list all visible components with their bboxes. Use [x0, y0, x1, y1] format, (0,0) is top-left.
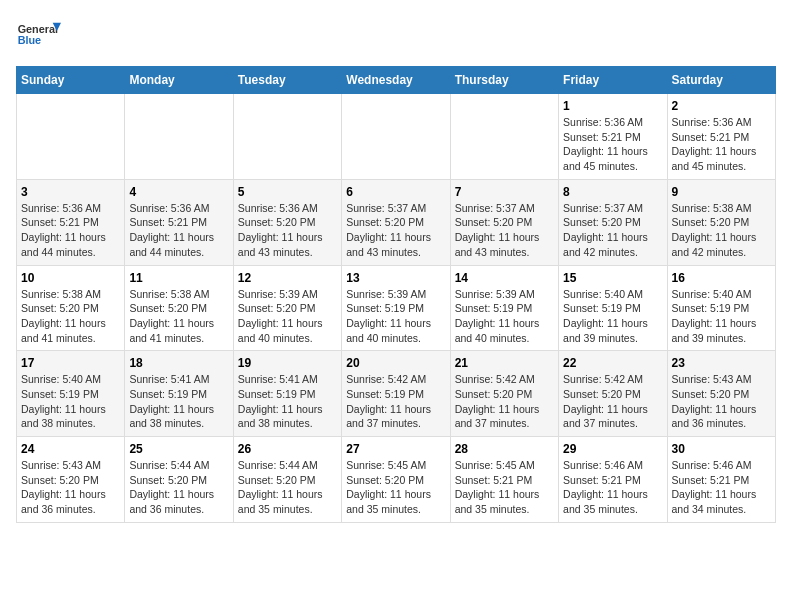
calendar-cell: 13Sunrise: 5:39 AM Sunset: 5:19 PM Dayli…: [342, 265, 450, 351]
calendar-cell: 22Sunrise: 5:42 AM Sunset: 5:20 PM Dayli…: [559, 351, 667, 437]
svg-text:Blue: Blue: [18, 34, 41, 46]
calendar-header: SundayMondayTuesdayWednesdayThursdayFrid…: [17, 67, 776, 94]
day-number: 9: [672, 185, 771, 199]
calendar-cell: 30Sunrise: 5:46 AM Sunset: 5:21 PM Dayli…: [667, 437, 775, 523]
calendar-cell: 24Sunrise: 5:43 AM Sunset: 5:20 PM Dayli…: [17, 437, 125, 523]
day-number: 14: [455, 271, 554, 285]
day-number: 30: [672, 442, 771, 456]
col-header-thursday: Thursday: [450, 67, 558, 94]
calendar-cell: 1Sunrise: 5:36 AM Sunset: 5:21 PM Daylig…: [559, 94, 667, 180]
day-info: Sunrise: 5:46 AM Sunset: 5:21 PM Dayligh…: [672, 458, 771, 517]
day-info: Sunrise: 5:42 AM Sunset: 5:20 PM Dayligh…: [455, 372, 554, 431]
col-header-tuesday: Tuesday: [233, 67, 341, 94]
calendar-cell: 18Sunrise: 5:41 AM Sunset: 5:19 PM Dayli…: [125, 351, 233, 437]
calendar-cell: 14Sunrise: 5:39 AM Sunset: 5:19 PM Dayli…: [450, 265, 558, 351]
day-number: 19: [238, 356, 337, 370]
calendar-cell: 19Sunrise: 5:41 AM Sunset: 5:19 PM Dayli…: [233, 351, 341, 437]
calendar-cell: 6Sunrise: 5:37 AM Sunset: 5:20 PM Daylig…: [342, 179, 450, 265]
day-info: Sunrise: 5:37 AM Sunset: 5:20 PM Dayligh…: [563, 201, 662, 260]
day-number: 27: [346, 442, 445, 456]
day-info: Sunrise: 5:42 AM Sunset: 5:19 PM Dayligh…: [346, 372, 445, 431]
calendar-cell: 9Sunrise: 5:38 AM Sunset: 5:20 PM Daylig…: [667, 179, 775, 265]
day-number: 25: [129, 442, 228, 456]
day-info: Sunrise: 5:36 AM Sunset: 5:20 PM Dayligh…: [238, 201, 337, 260]
calendar-cell: 16Sunrise: 5:40 AM Sunset: 5:19 PM Dayli…: [667, 265, 775, 351]
calendar-cell: 12Sunrise: 5:39 AM Sunset: 5:20 PM Dayli…: [233, 265, 341, 351]
day-number: 16: [672, 271, 771, 285]
calendar-cell: 25Sunrise: 5:44 AM Sunset: 5:20 PM Dayli…: [125, 437, 233, 523]
calendar-cell: 20Sunrise: 5:42 AM Sunset: 5:19 PM Dayli…: [342, 351, 450, 437]
day-number: 11: [129, 271, 228, 285]
calendar-cell: 17Sunrise: 5:40 AM Sunset: 5:19 PM Dayli…: [17, 351, 125, 437]
day-info: Sunrise: 5:36 AM Sunset: 5:21 PM Dayligh…: [563, 115, 662, 174]
day-number: 3: [21, 185, 120, 199]
col-header-friday: Friday: [559, 67, 667, 94]
day-number: 1: [563, 99, 662, 113]
day-number: 17: [21, 356, 120, 370]
day-number: 12: [238, 271, 337, 285]
day-info: Sunrise: 5:43 AM Sunset: 5:20 PM Dayligh…: [672, 372, 771, 431]
day-number: 4: [129, 185, 228, 199]
day-info: Sunrise: 5:41 AM Sunset: 5:19 PM Dayligh…: [129, 372, 228, 431]
day-number: 18: [129, 356, 228, 370]
calendar-cell: 11Sunrise: 5:38 AM Sunset: 5:20 PM Dayli…: [125, 265, 233, 351]
day-info: Sunrise: 5:37 AM Sunset: 5:20 PM Dayligh…: [346, 201, 445, 260]
calendar-cell: [125, 94, 233, 180]
day-number: 20: [346, 356, 445, 370]
day-info: Sunrise: 5:40 AM Sunset: 5:19 PM Dayligh…: [21, 372, 120, 431]
calendar-cell: 3Sunrise: 5:36 AM Sunset: 5:21 PM Daylig…: [17, 179, 125, 265]
col-header-monday: Monday: [125, 67, 233, 94]
calendar-cell: 26Sunrise: 5:44 AM Sunset: 5:20 PM Dayli…: [233, 437, 341, 523]
day-info: Sunrise: 5:39 AM Sunset: 5:19 PM Dayligh…: [346, 287, 445, 346]
day-info: Sunrise: 5:40 AM Sunset: 5:19 PM Dayligh…: [672, 287, 771, 346]
day-info: Sunrise: 5:39 AM Sunset: 5:20 PM Dayligh…: [238, 287, 337, 346]
day-info: Sunrise: 5:41 AM Sunset: 5:19 PM Dayligh…: [238, 372, 337, 431]
calendar-cell: 10Sunrise: 5:38 AM Sunset: 5:20 PM Dayli…: [17, 265, 125, 351]
calendar-cell: [342, 94, 450, 180]
day-info: Sunrise: 5:44 AM Sunset: 5:20 PM Dayligh…: [129, 458, 228, 517]
calendar-cell: 7Sunrise: 5:37 AM Sunset: 5:20 PM Daylig…: [450, 179, 558, 265]
col-header-sunday: Sunday: [17, 67, 125, 94]
day-number: 13: [346, 271, 445, 285]
day-info: Sunrise: 5:38 AM Sunset: 5:20 PM Dayligh…: [21, 287, 120, 346]
day-number: 24: [21, 442, 120, 456]
day-number: 29: [563, 442, 662, 456]
day-info: Sunrise: 5:44 AM Sunset: 5:20 PM Dayligh…: [238, 458, 337, 517]
calendar-cell: 21Sunrise: 5:42 AM Sunset: 5:20 PM Dayli…: [450, 351, 558, 437]
day-info: Sunrise: 5:45 AM Sunset: 5:20 PM Dayligh…: [346, 458, 445, 517]
day-info: Sunrise: 5:36 AM Sunset: 5:21 PM Dayligh…: [672, 115, 771, 174]
day-info: Sunrise: 5:43 AM Sunset: 5:20 PM Dayligh…: [21, 458, 120, 517]
day-number: 28: [455, 442, 554, 456]
day-number: 7: [455, 185, 554, 199]
logo-svg: General Blue: [16, 16, 66, 56]
calendar-cell: [450, 94, 558, 180]
calendar-cell: 8Sunrise: 5:37 AM Sunset: 5:20 PM Daylig…: [559, 179, 667, 265]
calendar-cell: 2Sunrise: 5:36 AM Sunset: 5:21 PM Daylig…: [667, 94, 775, 180]
day-number: 2: [672, 99, 771, 113]
day-number: 8: [563, 185, 662, 199]
calendar-cell: [17, 94, 125, 180]
day-info: Sunrise: 5:36 AM Sunset: 5:21 PM Dayligh…: [129, 201, 228, 260]
day-info: Sunrise: 5:39 AM Sunset: 5:19 PM Dayligh…: [455, 287, 554, 346]
svg-text:General: General: [18, 23, 58, 35]
day-info: Sunrise: 5:37 AM Sunset: 5:20 PM Dayligh…: [455, 201, 554, 260]
day-number: 21: [455, 356, 554, 370]
day-number: 22: [563, 356, 662, 370]
day-info: Sunrise: 5:38 AM Sunset: 5:20 PM Dayligh…: [672, 201, 771, 260]
day-number: 5: [238, 185, 337, 199]
calendar-cell: 5Sunrise: 5:36 AM Sunset: 5:20 PM Daylig…: [233, 179, 341, 265]
day-info: Sunrise: 5:46 AM Sunset: 5:21 PM Dayligh…: [563, 458, 662, 517]
calendar-cell: 29Sunrise: 5:46 AM Sunset: 5:21 PM Dayli…: [559, 437, 667, 523]
day-number: 26: [238, 442, 337, 456]
calendar-table: SundayMondayTuesdayWednesdayThursdayFrid…: [16, 66, 776, 523]
calendar-cell: 15Sunrise: 5:40 AM Sunset: 5:19 PM Dayli…: [559, 265, 667, 351]
logo: General Blue: [16, 16, 66, 56]
day-info: Sunrise: 5:36 AM Sunset: 5:21 PM Dayligh…: [21, 201, 120, 260]
page-header: General Blue: [16, 16, 776, 56]
calendar-cell: 23Sunrise: 5:43 AM Sunset: 5:20 PM Dayli…: [667, 351, 775, 437]
day-number: 23: [672, 356, 771, 370]
calendar-cell: 27Sunrise: 5:45 AM Sunset: 5:20 PM Dayli…: [342, 437, 450, 523]
day-number: 15: [563, 271, 662, 285]
day-info: Sunrise: 5:38 AM Sunset: 5:20 PM Dayligh…: [129, 287, 228, 346]
day-number: 6: [346, 185, 445, 199]
